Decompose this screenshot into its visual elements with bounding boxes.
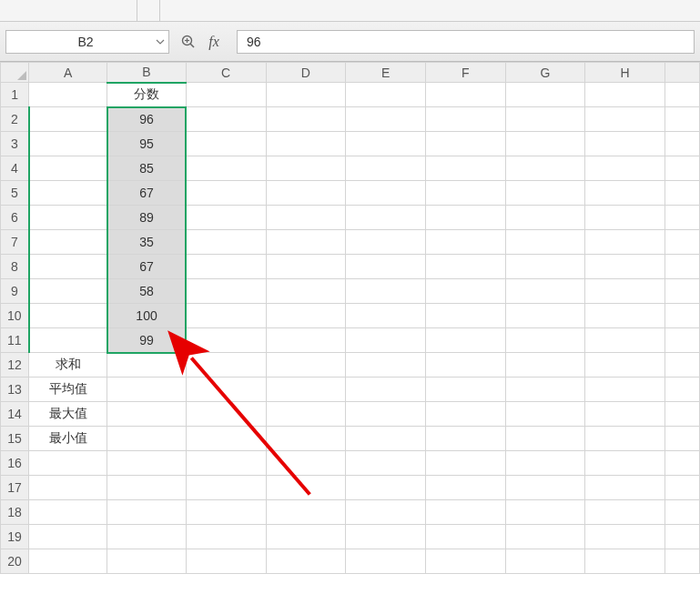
cell-H15[interactable] <box>585 427 665 451</box>
cell-H4[interactable] <box>585 156 665 181</box>
cell-G7[interactable] <box>505 230 585 255</box>
cell-D7[interactable] <box>266 230 346 255</box>
cell-E12[interactable] <box>346 353 426 378</box>
cell-F11[interactable] <box>425 328 505 353</box>
cell-D15[interactable] <box>266 427 346 451</box>
cell-E2[interactable] <box>346 107 426 132</box>
cell-H17[interactable] <box>585 476 665 500</box>
cell-F9[interactable] <box>425 279 505 304</box>
cell-A1[interactable] <box>29 83 107 107</box>
name-box-dropdown-icon[interactable] <box>156 37 165 46</box>
cell-G18[interactable] <box>505 500 585 525</box>
cell-H12[interactable] <box>585 353 665 378</box>
cell-H14[interactable] <box>585 402 665 427</box>
cell-G17[interactable] <box>505 476 585 500</box>
cell-C13[interactable] <box>186 378 266 402</box>
cell-A14[interactable]: 最大值 <box>29 402 107 427</box>
cell-C9[interactable] <box>186 279 266 304</box>
cell-B3[interactable]: 95 <box>107 132 187 156</box>
cell-G12[interactable] <box>505 353 585 378</box>
cell-A10[interactable] <box>29 304 107 328</box>
formula-input[interactable]: 96 <box>237 30 695 54</box>
cell-overflow-9[interactable] <box>665 279 700 304</box>
cell-H9[interactable] <box>585 279 665 304</box>
cell-overflow-11[interactable] <box>665 328 700 353</box>
cell-D11[interactable] <box>266 328 346 353</box>
col-header-G[interactable]: G <box>505 63 585 83</box>
cell-G16[interactable] <box>505 451 585 476</box>
row-header-5[interactable]: 5 <box>1 181 29 206</box>
row-header-10[interactable]: 10 <box>1 304 29 328</box>
cell-E9[interactable] <box>346 279 426 304</box>
row-header-2[interactable]: 2 <box>1 107 29 132</box>
cell-H19[interactable] <box>585 525 665 549</box>
cell-overflow-8[interactable] <box>665 255 700 279</box>
col-header-B[interactable]: B <box>107 63 187 83</box>
cell-B4[interactable]: 85 <box>107 156 187 181</box>
cell-G8[interactable] <box>505 255 585 279</box>
cell-D1[interactable] <box>266 83 346 107</box>
cell-E15[interactable] <box>346 427 426 451</box>
cell-A9[interactable] <box>29 279 107 304</box>
cell-E11[interactable] <box>346 328 426 353</box>
cell-overflow-16[interactable] <box>665 451 700 476</box>
cell-overflow-13[interactable] <box>665 378 700 402</box>
col-header-H[interactable]: H <box>585 63 665 83</box>
cell-E14[interactable] <box>346 402 426 427</box>
cell-C5[interactable] <box>186 181 266 206</box>
row-header-7[interactable]: 7 <box>1 230 29 255</box>
cell-B8[interactable]: 67 <box>107 255 187 279</box>
cell-H1[interactable] <box>585 83 665 107</box>
cell-G14[interactable] <box>505 402 585 427</box>
cell-E16[interactable] <box>346 451 426 476</box>
cell-G5[interactable] <box>505 181 585 206</box>
cell-H6[interactable] <box>585 206 665 230</box>
cell-A4[interactable] <box>29 156 107 181</box>
cell-D13[interactable] <box>266 378 346 402</box>
cell-E13[interactable] <box>346 378 426 402</box>
cell-G19[interactable] <box>505 525 585 549</box>
cell-A12[interactable]: 求和 <box>29 353 107 378</box>
cell-H7[interactable] <box>585 230 665 255</box>
cell-A18[interactable] <box>29 500 107 525</box>
cell-D3[interactable] <box>266 132 346 156</box>
cell-overflow-4[interactable] <box>665 156 700 181</box>
row-header-19[interactable]: 19 <box>1 525 29 549</box>
cell-C11[interactable] <box>186 328 266 353</box>
cell-overflow-3[interactable] <box>665 132 700 156</box>
cell-overflow-19[interactable] <box>665 525 700 549</box>
cell-overflow-18[interactable] <box>665 500 700 525</box>
cell-C8[interactable] <box>186 255 266 279</box>
cell-A16[interactable] <box>29 451 107 476</box>
cell-B14[interactable] <box>107 402 187 427</box>
cell-H13[interactable] <box>585 378 665 402</box>
cell-B6[interactable]: 89 <box>107 206 187 230</box>
cell-H16[interactable] <box>585 451 665 476</box>
cell-A17[interactable] <box>29 476 107 500</box>
cell-C17[interactable] <box>186 476 266 500</box>
cell-D19[interactable] <box>266 525 346 549</box>
cell-A19[interactable] <box>29 525 107 549</box>
col-header-A[interactable]: A <box>29 63 107 83</box>
cell-C15[interactable] <box>186 427 266 451</box>
cell-G15[interactable] <box>505 427 585 451</box>
cell-D14[interactable] <box>266 402 346 427</box>
cell-B12[interactable] <box>107 353 187 378</box>
cell-overflow-20[interactable] <box>665 549 700 574</box>
cell-C6[interactable] <box>186 206 266 230</box>
cell-B13[interactable] <box>107 378 187 402</box>
cell-C12[interactable] <box>186 353 266 378</box>
cell-F3[interactable] <box>425 132 505 156</box>
cell-G6[interactable] <box>505 206 585 230</box>
cell-overflow-7[interactable] <box>665 230 700 255</box>
cell-G1[interactable] <box>505 83 585 107</box>
cell-A15[interactable]: 最小值 <box>29 427 107 451</box>
cell-G2[interactable] <box>505 107 585 132</box>
cell-E7[interactable] <box>346 230 426 255</box>
row-header-9[interactable]: 9 <box>1 279 29 304</box>
cell-F5[interactable] <box>425 181 505 206</box>
cell-E17[interactable] <box>346 476 426 500</box>
cell-E3[interactable] <box>346 132 426 156</box>
cell-overflow-14[interactable] <box>665 402 700 427</box>
cell-B11[interactable]: 99 <box>107 328 187 353</box>
